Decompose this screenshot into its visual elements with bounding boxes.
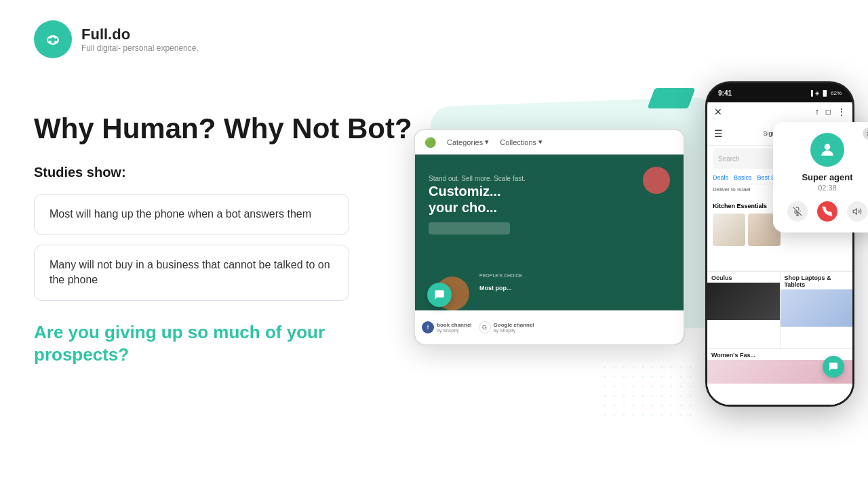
phone-status-icons: ▐ ◈ ▐▌ 62% xyxy=(809,90,842,96)
logo-circle xyxy=(34,20,72,58)
kitchen-img-1 xyxy=(713,214,745,246)
signal-icon: ▐▌ xyxy=(821,90,829,96)
svg-point-2 xyxy=(49,41,52,43)
svg-point-4 xyxy=(825,144,831,150)
call-controls xyxy=(787,201,867,222)
phone-chat-widget[interactable] xyxy=(823,356,844,378)
logo-text: Full.do Full digital- personal experienc… xyxy=(81,26,199,53)
tablet-peoples-choice: PEOPLE'S CHOICE xyxy=(479,273,522,278)
channel1-label: book channel xyxy=(437,322,472,328)
stat-text-2: Many will not buy in a business that can… xyxy=(50,259,330,285)
channel-item-2: G Google channel by Shopify xyxy=(479,321,534,333)
stat-card-2: Many will not buy in a business that can… xyxy=(34,245,349,301)
svg-point-3 xyxy=(54,41,57,43)
stat-card-1: Most will hang up the phone when a bot a… xyxy=(34,194,349,235)
call-popup: ✕ Super agent 02:38 xyxy=(773,122,868,232)
basics-tab[interactable]: Basics xyxy=(734,174,752,181)
svg-line-8 xyxy=(823,207,833,217)
agent-avatar xyxy=(810,133,844,167)
right-illustration-area: 🟢 Categories ▾ Collections ▾ Stand out. … xyxy=(393,68,868,461)
brand-name: Full.do xyxy=(81,26,199,43)
hamburger-icon[interactable]: ☰ xyxy=(714,128,723,139)
tablet-nav-logo: 🟢 xyxy=(425,137,436,148)
tablet-most-pop: Most pop... xyxy=(479,285,512,291)
studies-label: Studies show: xyxy=(34,165,414,180)
speaker-button[interactable] xyxy=(847,201,867,222)
mute-button[interactable] xyxy=(787,201,808,222)
battery-percent: 62% xyxy=(831,90,842,96)
phone-notch-bar: 9:41 ▐ ◈ ▐▌ 62% xyxy=(707,83,852,102)
oculus-section: Oculus xyxy=(707,272,780,348)
oculus-title: Oculus xyxy=(707,272,780,283)
facebook-icon: f xyxy=(422,321,434,333)
battery-icon: ▐ xyxy=(809,90,813,96)
laptops-section: Shop Laptops & Tablets xyxy=(781,272,853,348)
tablet-categories: Categories ▾ xyxy=(447,138,489,146)
channel2-label: Google channel xyxy=(494,322,534,328)
svg-rect-11 xyxy=(604,366,698,420)
laptops-title: Shop Laptops & Tablets xyxy=(781,272,853,289)
laptops-image xyxy=(781,289,853,327)
deals-tab[interactable]: Deals xyxy=(713,174,728,181)
close-icon[interactable]: ✕ xyxy=(714,106,722,117)
tablet-mockup: 🟢 Categories ▾ Collections ▾ Stand out. … xyxy=(414,129,685,346)
tablet-hero-sub: Stand out. Sell more. Scale fast. xyxy=(429,175,526,182)
channel-item-1: f book channel by Shopify xyxy=(422,321,472,333)
tablet-nav: 🟢 Categories ▾ Collections ▾ xyxy=(415,130,684,155)
end-call-button[interactable] xyxy=(817,201,837,222)
teal-accent-decoration xyxy=(648,88,696,108)
agent-name: Super agent xyxy=(802,172,852,182)
call-timer: 02:38 xyxy=(818,184,837,192)
share-icon[interactable]: ↑ xyxy=(815,107,819,117)
brand-tagline: Full digital- personal experience. xyxy=(81,43,199,53)
call-popup-close[interactable]: ✕ xyxy=(863,127,868,140)
tablet-circle-deco xyxy=(643,167,670,194)
tablet-body: Stand out. Sell more. Scale fast. Custom… xyxy=(415,155,684,344)
tablet-search-bar xyxy=(429,222,510,235)
tablet-chat-widget[interactable] xyxy=(427,283,452,307)
phone-home-bar xyxy=(707,405,852,407)
stat-text-1: Most will hang up the phone when a bot a… xyxy=(50,208,311,220)
phone-time: 9:41 xyxy=(718,89,732,97)
tablet-channel-bar: f book channel by Shopify G Google chann… xyxy=(415,310,684,344)
deliver-text: Deliver to Israel xyxy=(713,186,751,192)
tablet-collections: Collections ▾ xyxy=(500,138,542,146)
svg-point-0 xyxy=(43,30,62,49)
google-icon: G xyxy=(479,321,491,333)
oculus-image xyxy=(707,283,780,320)
cta-text: Are you giving up so much of your prospe… xyxy=(34,321,414,367)
kitchen-title: Kitchen Essentials xyxy=(713,203,767,209)
tablet-hero-title: Customiz...your cho... xyxy=(429,183,501,216)
more-icon[interactable]: ⋮ xyxy=(837,107,846,117)
phone-top-bar: ✕ ↑ □ ⋮ xyxy=(707,102,852,121)
main-title: Why Human? Why Not Bot? xyxy=(34,112,414,146)
wifi-icon: ◈ xyxy=(815,90,819,96)
svg-marker-9 xyxy=(853,209,856,214)
header: Full.do Full digital- personal experienc… xyxy=(34,20,199,58)
grid-dots-decoration xyxy=(604,366,698,420)
phone-top-actions: ↑ □ ⋮ xyxy=(815,107,846,117)
bookmark-icon[interactable]: □ xyxy=(826,107,831,117)
left-content: Why Human? Why Not Bot? Studies show: Mo… xyxy=(34,112,414,367)
